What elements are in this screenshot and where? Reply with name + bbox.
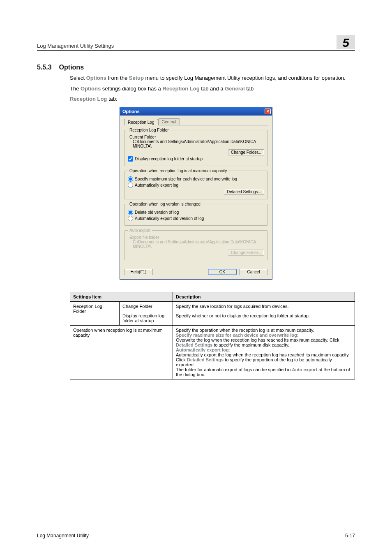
tab-general[interactable]: General	[158, 118, 180, 125]
current-folder-path: C:\Documents and Settings\Administrator\…	[133, 139, 264, 148]
section-heading: 5.5.3 Options	[37, 64, 355, 71]
paragraph-2: The Options settings dialog box has a Re…	[70, 85, 355, 92]
cell-desc: Specify whether or not to display the re…	[173, 311, 355, 325]
cell-desc: Specify the operation when the reception…	[173, 325, 355, 379]
change-folder-button[interactable]: Change Folder...	[228, 149, 264, 155]
export-folder-label: Export file folder	[129, 235, 264, 240]
close-icon[interactable]: ✕	[265, 109, 271, 114]
cell-desc: Specify the save location for logs acqui…	[173, 301, 355, 311]
section-title: Options	[59, 64, 84, 71]
paragraph-3: Reception Log tab:	[70, 95, 355, 103]
cell-subitem: Display reception log folder at startup	[120, 311, 173, 325]
col-header-desc: Description	[173, 292, 355, 301]
cell-item: Reception Log Folder	[70, 301, 120, 325]
section-number: 5.5.3	[37, 64, 52, 71]
cell-item: Operation when reception log is at maxim…	[70, 325, 173, 379]
table-row: Reception Log Folder Change Folder Speci…	[70, 301, 355, 311]
current-folder-label: Current Folder	[129, 135, 264, 139]
group-log-version-changed: Operation when log version is changed De…	[124, 202, 268, 226]
detailed-settings-button[interactable]: Detailed Settings...	[224, 189, 264, 195]
display-at-startup-checkbox[interactable]	[128, 156, 133, 162]
cell-subitem: Change Folder	[120, 301, 173, 311]
tab-reception-log[interactable]: Reception Log	[124, 119, 158, 125]
page-header: Log Management Utility Settings 5	[37, 35, 355, 51]
radio-auto-export-old-version-label: Automatically export old version of log	[135, 216, 204, 221]
group-legend: Operation when reception log is at maxim…	[128, 169, 228, 173]
group-reception-log-folder: Reception Log Folder Current Folder C:\D…	[124, 128, 268, 166]
options-dialog: Options ✕ Reception Log General Receptio…	[120, 107, 272, 280]
footer-left: Log Management Utility	[37, 533, 89, 539]
radio-overwrite-log-label: Specify maximum size for each device and…	[135, 177, 237, 181]
radio-auto-export-log-label: Automatically export log	[135, 183, 178, 187]
footer-right: 5-17	[345, 533, 355, 539]
col-header-item: Settings Item	[70, 292, 173, 301]
export-change-folder-button: Change Folder...	[228, 250, 264, 256]
group-legend: Reception Log Folder	[128, 128, 171, 132]
ok-button[interactable]: OK	[208, 269, 237, 275]
group-auto-export: Auto export Export file folder C:\Docume…	[124, 228, 268, 260]
page-header-title: Log Management Utility Settings	[37, 43, 114, 49]
help-button[interactable]: Help(F1)	[124, 269, 153, 275]
radio-auto-export-old-version[interactable]	[128, 216, 133, 221]
display-at-startup-label: Display reception log folder at startup	[135, 157, 203, 161]
table-row: Operation when reception log is at maxim…	[70, 325, 355, 379]
table-row: Settings Item Description	[70, 292, 355, 301]
group-legend: Operation when log version is changed	[128, 202, 202, 206]
radio-auto-export-log[interactable]	[128, 183, 133, 188]
radio-overwrite-log[interactable]	[128, 176, 133, 182]
dialog-titlebar: Options ✕	[120, 107, 272, 116]
dialog-title: Options	[122, 109, 140, 114]
paragraph-1: Select Options from the Setup menu to sp…	[70, 74, 355, 82]
tabs-bar: Reception Log General	[124, 118, 268, 125]
export-folder-path: C:\Documents and Settings\Administrator\…	[133, 240, 264, 249]
cancel-button[interactable]: Cancel	[239, 269, 268, 275]
radio-delete-old-version[interactable]	[128, 210, 133, 215]
settings-table: Settings Item Description Reception Log …	[70, 292, 355, 379]
group-legend: Auto export	[128, 228, 152, 233]
chapter-badge: 5	[337, 35, 355, 49]
page-footer: Log Management Utility 5-17	[37, 531, 355, 539]
radio-delete-old-version-label: Delete old version of log	[135, 210, 179, 215]
group-max-capacity: Operation when reception log is at maxim…	[124, 169, 268, 199]
